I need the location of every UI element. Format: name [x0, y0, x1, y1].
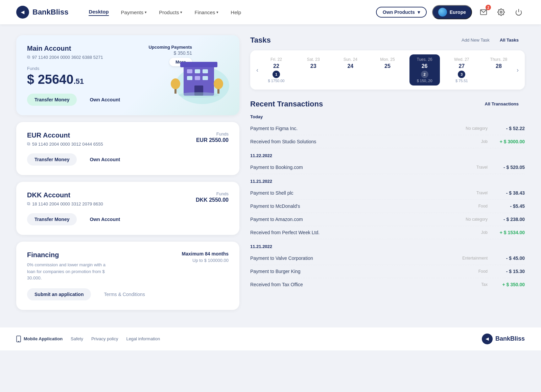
navbar: ◄ BankBliss Desktop Payments ▾ Products …	[0, 0, 541, 24]
mobile-application-link[interactable]: Mobile Application	[16, 336, 63, 342]
payments-caret-icon: ▾	[145, 10, 147, 15]
table-row: Received from Studio Solutions Job + $ 3…	[250, 135, 525, 148]
table-row: Payment to Shell plc Travel - $ 38.43	[250, 187, 525, 200]
footer-logo-icon: ◄	[482, 334, 493, 344]
date-11212022-b: 11.21.2022	[250, 244, 525, 249]
table-row: Payment to Booking.com Travel - $ 520.05	[250, 161, 525, 174]
eur-account-card: EUR Account ⧉ 59 1140 2004 0000 3012 044…	[16, 122, 239, 175]
calendar-day-mon25[interactable]: Mon. 25 25	[372, 54, 403, 85]
all-tasks-button[interactable]: All Tasks	[494, 35, 525, 45]
financing-description: 0% commission and lower margin with a lo…	[27, 262, 115, 281]
svg-rect-5	[180, 62, 217, 67]
nav-desktop[interactable]: Desktop	[89, 9, 109, 16]
date-11212022-a: 11.21.2022	[250, 179, 525, 184]
calendar-day-fri22[interactable]: Fri. 22 22 1 $ 1750.00	[261, 54, 291, 85]
table-row: Payment to Valve Corporation Entertainme…	[250, 252, 525, 265]
date-11222022: 11.22.2022	[250, 153, 525, 158]
dkk-account-number: 18 1140 2004 0000 3312 2079 8630	[32, 201, 103, 206]
copy-icon[interactable]: ⧉	[27, 54, 30, 60]
eur-funds-amount: EUR 2550.00	[196, 137, 229, 143]
calendar-next-button[interactable]: ›	[514, 67, 521, 74]
terms-conditions-button[interactable]: Terms & Conditions	[96, 288, 152, 300]
eur-transfer-money-button[interactable]: Transfer Money	[27, 153, 77, 166]
dkk-funds-amount: DKK 2550.00	[196, 197, 229, 203]
calendar-day-tue26[interactable]: Tues. 26 26 2 $ 150,.20	[409, 54, 440, 85]
finances-caret-icon: ▾	[216, 10, 218, 15]
main-transfer-money-button[interactable]: Transfer Money	[27, 94, 77, 106]
calendar-day-sun24[interactable]: Sun. 24 24	[335, 54, 366, 85]
svg-rect-9	[187, 76, 192, 80]
table-row: Payment to Burger King Food - $ 15.30	[250, 265, 525, 278]
svg-rect-6	[187, 69, 192, 73]
svg-rect-11	[203, 76, 208, 80]
footer-legal-link[interactable]: Legal information	[126, 336, 160, 341]
transactions-title: Recent Transactions	[250, 100, 323, 108]
footer-safety-link[interactable]: Safety	[71, 336, 83, 341]
tasks-title: Tasks	[250, 36, 271, 45]
nav-help[interactable]: Help	[231, 9, 241, 15]
table-row: Received from Perfect Week Ltd. Job + $ …	[250, 226, 525, 239]
dkk-card-buttons: Transfer Money Own Account	[27, 213, 229, 225]
footer-brand-name: BankBliss	[495, 335, 525, 342]
main-own-account-button[interactable]: Own Account	[82, 94, 127, 106]
financing-max-label: Maximum 84 months	[182, 251, 229, 256]
svg-rect-8	[203, 69, 208, 73]
mobile-icon	[16, 336, 21, 342]
building-svg	[165, 42, 233, 109]
eur-funds-label: Funds	[196, 131, 229, 137]
nav-links: Desktop Payments ▾ Products ▾ Finances ▾…	[89, 9, 376, 16]
dkk-transfer-money-button[interactable]: Transfer Money	[27, 213, 77, 225]
svg-point-1	[500, 11, 502, 13]
eur-copy-icon[interactable]: ⧉	[27, 141, 30, 147]
all-transactions-button[interactable]: All Transactions	[479, 99, 525, 109]
financing-title: Financing	[27, 251, 115, 259]
table-row: Payment to McDonald's Food - $5.45	[250, 200, 525, 213]
eur-account-title: EUR Account	[27, 131, 103, 139]
eur-card-buttons: Transfer Money Own Account	[27, 153, 229, 166]
svg-point-14	[171, 78, 180, 89]
financing-upto-label: Up to $ 100000.00	[182, 258, 229, 263]
nav-right-actions: Own Products ▾ Europe 2	[376, 5, 525, 19]
mail-icon	[480, 8, 487, 16]
settings-button[interactable]	[495, 6, 507, 18]
own-products-button[interactable]: Own Products ▾	[376, 7, 427, 18]
calendar-prev-button[interactable]: ‹	[254, 67, 261, 74]
calendar-day-wed27[interactable]: Wed. 27 27 3 $ 75.51	[446, 54, 477, 85]
transactions-header: Recent Transactions All Transactions	[250, 99, 525, 109]
svg-point-17	[179, 92, 219, 98]
products-caret-icon: ▾	[180, 10, 182, 15]
page-content: Main Account ⧉ 97 1140 2004 0000 3602 63…	[0, 24, 541, 321]
footer-logo: ◄ BankBliss	[482, 334, 525, 344]
logo-area[interactable]: ◄ BankBliss	[16, 6, 68, 19]
nav-finances[interactable]: Finances ▾	[194, 9, 218, 15]
nav-payments[interactable]: Payments ▾	[121, 9, 147, 15]
submit-application-button[interactable]: Submit an application	[27, 288, 91, 300]
calendar-day-thu28[interactable]: Thurs. 28 28	[484, 54, 514, 85]
calendar-day-sat23[interactable]: Sat. 23 23	[298, 54, 329, 85]
tasks-section: Tasks Add New Task All Tasks ‹ Fri. 22 2…	[250, 35, 525, 90]
power-button[interactable]	[513, 6, 525, 18]
bank-illustration	[162, 35, 236, 115]
dkk-own-account-button[interactable]: Own Account	[82, 213, 127, 225]
svg-rect-7	[195, 69, 200, 73]
mail-button[interactable]: 2	[477, 6, 490, 18]
left-panel: Main Account ⧉ 97 1140 2004 0000 3602 63…	[16, 35, 239, 310]
financing-card: Financing 0% commission and lower margin…	[16, 242, 239, 310]
region-button[interactable]: Europe	[432, 5, 472, 19]
add-new-task-button[interactable]: Add New Task	[462, 38, 490, 43]
date-today: Today	[250, 114, 525, 119]
footer: Mobile Application Safety Privacy policy…	[0, 327, 541, 350]
dkk-copy-icon[interactable]: ⧉	[27, 201, 30, 206]
own-products-chevron-icon: ▾	[418, 9, 420, 15]
nav-products[interactable]: Products ▾	[159, 9, 182, 15]
dkk-funds-label: Funds	[196, 191, 229, 196]
brand-name: BankBliss	[32, 8, 68, 17]
calendar-strip: ‹ Fri. 22 22 1 $ 1750.00 Sat. 23 23	[250, 50, 525, 90]
footer-privacy-link[interactable]: Privacy policy	[91, 336, 118, 341]
gear-icon	[497, 8, 505, 16]
dkk-account-card: DKK Account ⧉ 18 1140 2004 0000 3312 207…	[16, 182, 239, 235]
eur-account-top: EUR Account ⧉ 59 1140 2004 0000 3012 044…	[27, 131, 229, 147]
logo-icon: ◄	[16, 6, 29, 19]
eur-own-account-button[interactable]: Own Account	[82, 153, 127, 166]
calendar-days: Fri. 22 22 1 $ 1750.00 Sat. 23 23 Sun. 2…	[261, 54, 514, 85]
